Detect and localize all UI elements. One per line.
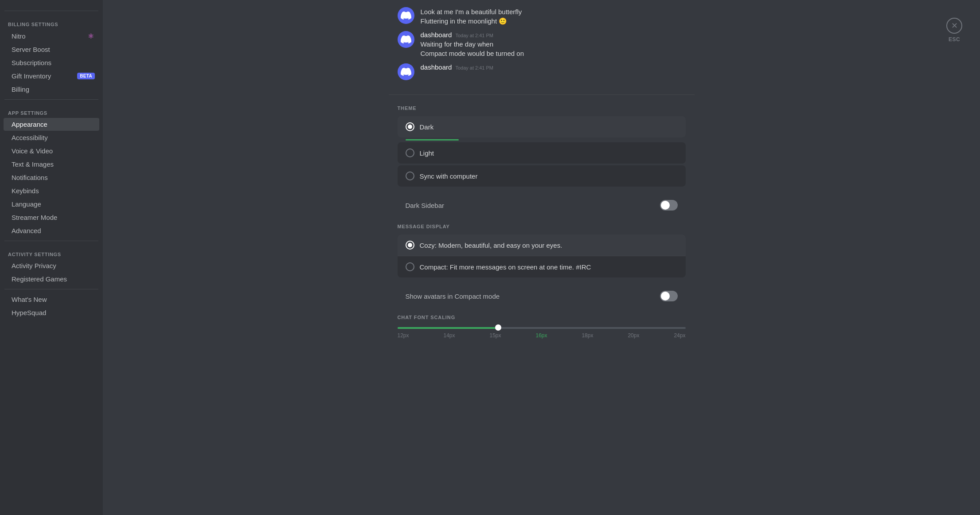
theme-option-sync[interactable]: Sync with computer	[398, 165, 686, 187]
whats-new-label: What's New	[12, 296, 47, 303]
sidebar-divider-misc	[4, 289, 98, 289]
billing-label: Billing	[12, 86, 29, 93]
theme-radio-group: Dark	[398, 116, 686, 137]
sidebar-item-hypesquad[interactable]: HypeSquad	[4, 306, 99, 319]
activity-section-label: ACTIVITY SETTINGS	[0, 245, 103, 259]
cozy-label: Cozy: Modern, beautiful, and easy on you…	[420, 242, 562, 249]
font-size-labels: 12px 14px 15px 16px 18px 20px 24px	[398, 332, 686, 339]
show-avatars-row: Show avatars in Compact mode	[398, 285, 686, 308]
notifications-label: Notifications	[12, 174, 48, 181]
theme-dark-label: Dark	[420, 123, 434, 131]
cozy-radio[interactable]	[406, 241, 414, 250]
message-display-radio-group: Cozy: Modern, beautiful, and easy on you…	[398, 234, 686, 277]
font-size-slider-fill	[398, 327, 499, 329]
theme-option-light[interactable]: Light	[398, 142, 686, 164]
sidebar-item-notifications[interactable]: Notifications	[4, 171, 99, 184]
sidebar-item-keybinds[interactable]: Keybinds	[4, 184, 99, 197]
sidebar-item-language[interactable]: Language	[4, 198, 99, 211]
show-avatars-toggle[interactable]	[660, 291, 678, 301]
message-time-3: Today at 2:41 PM	[455, 65, 493, 70]
font-size-slider-track[interactable]	[398, 327, 686, 329]
theme-light-group: Light	[398, 142, 686, 164]
theme-selected-indicator	[406, 139, 459, 140]
message-author-2: dashboard	[421, 31, 452, 39]
show-avatars-label: Show avatars in Compact mode	[406, 293, 500, 300]
chat-preview: Look at me I'm a beautiful butterfly Flu…	[389, 0, 695, 95]
hypesquad-label: HypeSquad	[12, 309, 46, 316]
avatar-2	[398, 31, 414, 48]
discord-avatar-icon-2	[401, 34, 411, 45]
theme-light-label: Light	[420, 149, 434, 157]
font-scaling-section: CHAT FONT SCALING 12px 14px 15px 16px 18…	[398, 315, 686, 339]
sidebar-divider-activity	[4, 241, 98, 241]
discord-avatar-icon	[401, 10, 411, 21]
sidebar-item-appearance[interactable]: Appearance	[4, 118, 99, 131]
settings-body: Look at me I'm a beautiful butterfly Flu…	[103, 0, 980, 515]
sidebar-item-server-boost[interactable]: Server Boost	[4, 43, 99, 56]
server-boost-label: Server Boost	[12, 46, 50, 53]
font-size-slider-thumb[interactable]	[495, 324, 501, 331]
sidebar-item-registered-games[interactable]: Registered Games	[4, 273, 99, 285]
message-display-title: MESSAGE DISPLAY	[398, 224, 686, 229]
message-author-3: dashboard	[421, 63, 452, 71]
font-size-16px: 16px	[535, 332, 547, 339]
sidebar-item-billing[interactable]: Billing	[4, 83, 99, 96]
theme-dark-radio[interactable]	[406, 122, 414, 131]
sidebar-item-streamer-mode[interactable]: Streamer Mode	[4, 211, 99, 224]
message-text-2b: Compact mode would be turned on	[421, 49, 686, 58]
discord-avatar-icon-3	[401, 66, 411, 77]
sidebar-item-subscriptions[interactable]: Subscriptions	[4, 56, 99, 69]
chat-message-1: Look at me I'm a beautiful butterfly Flu…	[398, 7, 686, 26]
theme-light-radio[interactable]	[406, 148, 414, 157]
sidebar-item-whats-new[interactable]: What's New	[4, 293, 99, 306]
dark-sidebar-row: Dark Sidebar	[398, 194, 686, 217]
theme-sync-radio[interactable]	[406, 172, 414, 180]
theme-sync-group: Sync with computer	[398, 165, 686, 187]
sidebar-item-accessibility[interactable]: Accessibility	[4, 131, 99, 144]
message-header-3: dashboard Today at 2:41 PM	[421, 63, 686, 71]
gift-inventory-label: Gift Inventory	[12, 72, 51, 80]
font-size-24px: 24px	[674, 332, 685, 339]
sidebar-item-nitro[interactable]: Nitro ⚛	[4, 29, 99, 43]
message-text-1a: Look at me I'm a beautiful butterfly	[421, 7, 686, 16]
font-size-12px: 12px	[398, 332, 409, 339]
sidebar-divider-app	[4, 99, 98, 100]
esc-container[interactable]: ✕ ESC	[946, 18, 962, 43]
message-option-cozy[interactable]: Cozy: Modern, beautiful, and easy on you…	[398, 234, 686, 256]
theme-option-dark[interactable]: Dark	[398, 116, 686, 137]
registered-games-label: Registered Games	[12, 275, 67, 283]
sidebar-item-advanced[interactable]: Advanced	[4, 224, 99, 237]
nitro-icon: ⚛	[87, 32, 95, 40]
close-icon[interactable]: ✕	[946, 18, 962, 34]
billing-section-label: BILLING SETTINGS	[0, 15, 103, 29]
esc-label: ESC	[949, 36, 960, 43]
activity-privacy-label: Activity Privacy	[12, 262, 56, 269]
sidebar-item-gift-inventory[interactable]: Gift Inventory BETA	[4, 70, 99, 82]
message-text-2a: Waiting for the day when	[421, 39, 686, 49]
compact-label: Compact: Fit more messages on screen at …	[420, 263, 591, 271]
accessibility-label: Accessibility	[12, 134, 48, 141]
beta-badge: BETA	[77, 73, 95, 79]
message-body-3: dashboard Today at 2:41 PM	[421, 63, 686, 80]
message-header-2: dashboard Today at 2:41 PM	[421, 31, 686, 39]
sidebar-item-activity-privacy[interactable]: Activity Privacy	[4, 259, 99, 272]
font-size-18px: 18px	[582, 332, 593, 339]
message-option-compact[interactable]: Compact: Fit more messages on screen at …	[398, 256, 686, 277]
keybinds-label: Keybinds	[12, 187, 39, 195]
show-avatars-knob	[661, 292, 670, 300]
advanced-label: Advanced	[12, 227, 41, 234]
compact-radio[interactable]	[406, 262, 414, 271]
voice-video-label: Voice & Video	[12, 147, 53, 155]
dark-sidebar-label: Dark Sidebar	[406, 202, 445, 209]
dark-sidebar-toggle[interactable]	[660, 200, 678, 211]
app-section-label: APP SETTINGS	[0, 103, 103, 117]
sidebar-item-voice-video[interactable]: Voice & Video	[4, 144, 99, 157]
settings-content: Look at me I'm a beautiful butterfly Flu…	[103, 0, 980, 515]
language-label: Language	[12, 200, 41, 208]
theme-sync-label: Sync with computer	[420, 172, 478, 180]
message-text-1b: Fluttering in the moonlight 🙂	[421, 16, 686, 26]
appearance-settings-panel: THEME Dark Light Sync with computer	[389, 95, 695, 349]
sidebar-item-text-images[interactable]: Text & Images	[4, 158, 99, 171]
message-body-1: Look at me I'm a beautiful butterfly Flu…	[421, 7, 686, 26]
sidebar-divider-top	[4, 11, 98, 11]
